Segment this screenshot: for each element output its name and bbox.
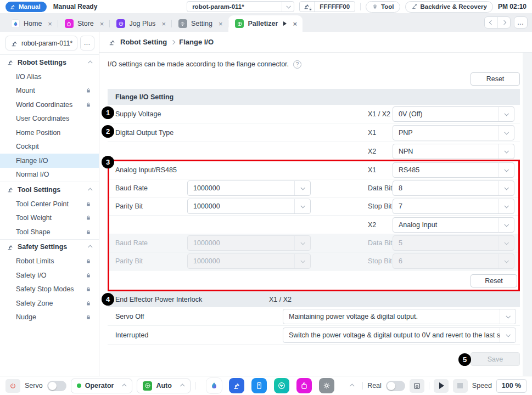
auto-mode-select[interactable]: Auto — [137, 379, 190, 393]
manual-mode-badge[interactable]: Manual — [5, 2, 47, 12]
sidebar-item-flange-io[interactable]: Flange I/O — [0, 154, 99, 168]
sidebar-item-tool-shape[interactable]: Tool Shape — [0, 225, 99, 239]
tab-scroll-right-button[interactable] — [497, 17, 510, 28]
tool-button[interactable]: Tool — [366, 1, 400, 13]
analog-x2-select[interactable]: Analog Input — [393, 217, 514, 233]
digital-output-x2-select[interactable]: NPN — [393, 144, 514, 159]
speed-input[interactable]: 100 % — [496, 379, 527, 393]
x1-baud-rate-select[interactable]: 1000000 — [187, 180, 311, 196]
task-editor-app-icon[interactable] — [251, 378, 267, 393]
home-app-icon[interactable] — [206, 378, 222, 393]
servo-power-button[interactable] — [5, 379, 20, 393]
save-button[interactable]: Save — [471, 352, 520, 366]
store-app-icon[interactable] — [296, 378, 312, 393]
sidebar-item-tool-weight[interactable]: Tool Weight — [0, 211, 99, 225]
port-label: X2 — [368, 221, 393, 229]
play-button[interactable] — [434, 379, 449, 393]
dock-collapse-button[interactable] — [347, 384, 358, 387]
tab-store[interactable]: Store × — [58, 15, 109, 32]
reset-button[interactable]: Reset — [471, 72, 520, 86]
group-label: Robot Settings — [18, 59, 66, 66]
sidebar-group-header[interactable]: Robot Settings — [0, 55, 99, 70]
help-icon[interactable]: ? — [293, 60, 301, 69]
sidebar-item-io-alias[interactable]: I/O Alias — [0, 70, 99, 84]
analog-reset-button[interactable]: Reset — [471, 274, 517, 287]
sidebar-param-file[interactable]: robot-param-011* — [5, 36, 77, 50]
interrupted-select[interactable]: Switch the power voltage & digital outpu… — [283, 328, 516, 343]
real-mode-toggle[interactable] — [386, 381, 405, 391]
x1-parity-bit-select[interactable]: 1000000 — [187, 199, 311, 214]
analog-x1-select[interactable]: RS485 — [393, 162, 514, 178]
sidebar-group-header[interactable]: Tool Settings — [0, 182, 99, 197]
select-value: 7 — [393, 202, 498, 210]
sidebar-more-button[interactable]: ... — [80, 36, 94, 50]
select-value: 1000000 — [188, 257, 294, 265]
setting-tab-icon — [178, 19, 187, 28]
sidebar-group-robot-settings: Robot Settings I/O Alias Mount World Coo… — [0, 55, 99, 182]
param-file-select[interactable]: robot-param-011* — [187, 1, 294, 12]
robot-settings-app-icon[interactable] — [229, 378, 244, 393]
select-value: 0V (Off) — [393, 110, 498, 118]
monitoring-app-icon[interactable] — [274, 378, 289, 393]
close-icon[interactable]: × — [161, 20, 166, 27]
sidebar-item-safety-io[interactable]: Safety I/O — [0, 268, 99, 283]
select-value: 1000000 — [188, 202, 294, 210]
sidebar-item-mount[interactable]: Mount — [0, 84, 99, 98]
select-value: 8 — [393, 184, 498, 192]
chevron-up-icon — [88, 188, 92, 192]
3d-view-button[interactable] — [410, 379, 424, 393]
robot-status-text: Manual Ready — [53, 3, 98, 10]
jog-plus-tab-icon — [116, 19, 125, 28]
divider — [362, 382, 363, 390]
tab-more-button[interactable]: ... — [514, 16, 528, 29]
operator-mode-select[interactable]: Operator — [71, 379, 133, 393]
tab-home[interactable]: Home × — [4, 15, 58, 32]
sidebar-item-world-coordinates[interactable]: World Coordinates — [0, 98, 99, 112]
tab-scroll-left-button[interactable] — [485, 17, 497, 28]
tab-palletizer[interactable]: Palletizer × — [228, 15, 302, 32]
3d-view-icon — [413, 382, 421, 390]
chevron-up-icon — [88, 245, 92, 249]
real-mode-label: Real — [367, 382, 382, 390]
sidebar-item-user-coordinates[interactable]: User Coordinates — [0, 112, 99, 126]
supply-voltage-select[interactable]: 0V (Off) — [393, 106, 514, 122]
gear-icon — [372, 3, 378, 10]
servo-off-select[interactable]: Maintaining power voltage & digital outp… — [283, 309, 516, 324]
close-icon[interactable]: × — [219, 20, 223, 27]
sidebar-item-robot-limits[interactable]: Robot Limits — [0, 255, 99, 269]
sidebar-item-nudge[interactable]: Nudge — [0, 311, 99, 325]
close-icon[interactable]: × — [100, 20, 104, 27]
backdrive-recovery-button[interactable]: Backdrive & Recovery — [405, 1, 493, 13]
power-icon — [9, 382, 16, 390]
breadcrumb-parent[interactable]: Robot Setting — [120, 38, 167, 46]
chevron-down-icon — [294, 236, 310, 250]
settings-app-icon[interactable] — [319, 378, 334, 393]
x1-data-bit-select[interactable]: 8 — [393, 180, 514, 196]
sidebar-item-safety-zone[interactable]: Safety Zone — [0, 296, 99, 311]
robot-icon — [108, 38, 116, 46]
item-label: Safety Zone — [16, 300, 53, 307]
sidebar-item-home-position[interactable]: Home Position — [0, 126, 99, 140]
sidebar-item-cockpit[interactable]: Cockpit — [0, 140, 99, 154]
digital-output-x1-select[interactable]: PNP — [393, 125, 514, 140]
stop-button[interactable] — [453, 379, 468, 393]
x1-stop-bit-select[interactable]: 7 — [393, 199, 514, 214]
backdrive-icon — [411, 3, 418, 10]
flange-io-hex-indicator[interactable]: FFFFFF00 — [299, 1, 355, 12]
x2-parity-bit-select: 1000000 — [187, 253, 311, 269]
settings-sidebar: robot-param-011* ... Robot Settings I/O … — [0, 32, 99, 376]
main-panel: Robot Setting Flange I/O I/O settings ca… — [99, 32, 532, 376]
close-icon[interactable]: × — [293, 20, 297, 27]
analog-x1-row: Analog Input/RS485 X1 RS485 — [108, 161, 520, 179]
sidebar-item-safety-stop-modes[interactable]: Safety Stop Modes — [0, 283, 99, 297]
tab-jog-plus[interactable]: Jog Plus × — [110, 15, 171, 32]
lock-icon — [85, 300, 92, 307]
servo-toggle[interactable] — [47, 381, 66, 391]
io-hex-value: FFFFFF00 — [315, 3, 355, 10]
close-icon[interactable]: × — [48, 20, 52, 27]
tab-setting[interactable]: Setting × — [172, 15, 228, 32]
sidebar-item-tool-center-point[interactable]: Tool Center Point — [0, 197, 99, 211]
speed-label: Speed — [472, 382, 492, 390]
sidebar-group-header[interactable]: Safety Settings — [0, 240, 99, 255]
sidebar-item-normal-io[interactable]: Normal I/O — [0, 168, 99, 182]
